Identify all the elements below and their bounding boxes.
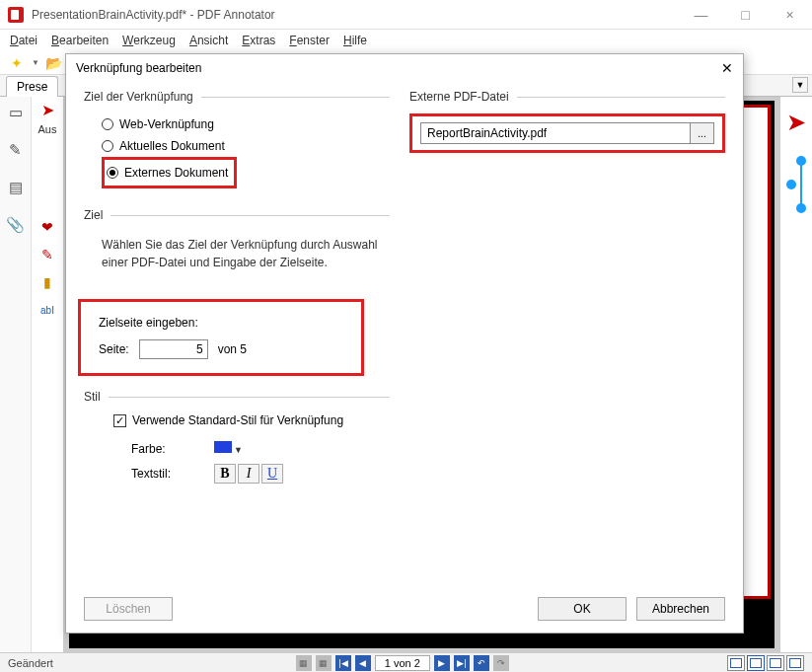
menu-help[interactable]: Hilfe [343, 34, 367, 47]
attach-icon[interactable]: 📎 [6, 215, 26, 235]
color-row: Farbe: ▼ [131, 441, 390, 456]
nav-prev-button[interactable]: ◀ [355, 655, 371, 671]
ok-button[interactable]: OK [538, 597, 627, 621]
external-file-highlight: ... [409, 113, 725, 153]
chevron-down-icon: ▼ [234, 445, 243, 455]
checkbox-icon: ✓ [113, 414, 126, 427]
view-single-button[interactable] [727, 655, 745, 671]
close-button[interactable]: × [768, 0, 812, 30]
dialog-footer: Löschen OK Abbrechen [84, 597, 725, 621]
target-page-input[interactable] [139, 339, 208, 359]
highlight-icon[interactable]: ▮ [38, 273, 56, 291]
nav-forward-button[interactable]: ↷ [493, 655, 509, 671]
menu-file[interactable]: Datei [10, 34, 37, 47]
open-folder-icon[interactable]: 📂 [45, 54, 63, 72]
ziel-section-text: Ziel [84, 208, 103, 222]
target-page-highlight: Zielseite eingeben: Seite: von 5 [78, 299, 364, 376]
page-label: Seite: [99, 342, 129, 356]
use-default-style-checkbox[interactable]: ✓ Verwende Standard-Stil für Verknüpfung [113, 413, 390, 427]
external-file-input[interactable] [420, 122, 691, 144]
new-doc-dropdown[interactable]: ▼ [32, 58, 39, 67]
menu-extras[interactable]: Extras [242, 34, 275, 47]
use-default-style-label: Verwende Standard-Stil für Verknüpfung [132, 413, 343, 427]
dialog-body: Ziel der Verknüpfung Web-Verknüpfung Akt… [66, 82, 743, 491]
target-page-label: Zielseite eingeben: [99, 316, 343, 330]
statusbar: Geändert ▦ ▦ |◀ ◀ ▶ ▶| ↶ ↷ [0, 652, 812, 672]
tool-palette: ➤ Aus ❤ ✎ ▮ abI [32, 97, 63, 652]
radio-current-label: Aktuelles Dokument [119, 139, 225, 153]
minimize-button[interactable]: — [679, 0, 723, 30]
color-picker[interactable]: ▼ [214, 441, 243, 456]
external-file-section-label: Externe PDF-Datei [409, 90, 725, 104]
divider [201, 97, 390, 98]
dialog-title-text: Verknüpfung bearbeiten [76, 61, 201, 75]
dialog-close-button[interactable]: ✕ [721, 60, 733, 76]
tab-dropdown[interactable]: ▼ [792, 77, 808, 93]
note-icon[interactable]: ▤ [6, 178, 26, 197]
radio-icon [107, 167, 118, 179]
nav-thumb2-icon[interactable]: ▦ [316, 655, 332, 671]
document-tab[interactable]: Prese [6, 76, 58, 97]
radio-icon [102, 140, 113, 152]
page-total-label: von 5 [218, 342, 247, 356]
divider [109, 397, 390, 398]
radio-current-document[interactable]: Aktuelles Dokument [102, 135, 390, 157]
radio-icon [102, 118, 113, 130]
tab-label: Prese [17, 80, 47, 94]
external-file-section-text: Externe PDF-Datei [409, 90, 509, 104]
link-target-section-text: Ziel der Verknüpfung [84, 90, 193, 104]
menu-edit[interactable]: Bearbeiten [51, 34, 109, 47]
view-two-continuous-button[interactable] [786, 655, 804, 671]
pencil-icon[interactable]: ✎ [38, 246, 56, 263]
text-tool-icon[interactable]: abI [38, 301, 56, 319]
link-tool-icon[interactable] [786, 156, 806, 215]
divider [111, 215, 390, 216]
modified-indicator: Geändert [8, 657, 53, 669]
bold-button[interactable]: B [214, 464, 236, 484]
ziel-section-label: Ziel [84, 208, 390, 222]
radio-external-document[interactable]: Externes Dokument [107, 162, 228, 184]
dialog-right-column: Externe PDF-Datei ... [409, 90, 725, 491]
heart-icon[interactable]: ❤ [38, 218, 56, 236]
link-target-section-label: Ziel der Verknüpfung [84, 90, 390, 104]
edit-link-dialog: Verknüpfung bearbeiten ✕ Ziel der Verknü… [65, 53, 744, 634]
menu-tool[interactable]: Werkzeug [122, 34, 176, 47]
radio-external-highlight: Externes Dokument [102, 157, 237, 188]
pointer-tool-icon[interactable]: ➤ [786, 109, 806, 136]
radio-external-label: Externes Dokument [124, 166, 228, 180]
new-doc-icon[interactable]: ✦ [8, 54, 26, 72]
view-continuous-button[interactable] [747, 655, 765, 671]
page-number-field[interactable] [375, 655, 430, 671]
radio-web-link[interactable]: Web-Verknüpfung [102, 113, 390, 135]
stil-section-label: Stil [84, 390, 390, 404]
nav-first-button[interactable]: |◀ [335, 655, 351, 671]
menu-window[interactable]: Fenster [289, 34, 330, 47]
ziel-description: Wählen Sie das Ziel der Verknüpfung durc… [84, 232, 390, 271]
view-two-page-button[interactable] [767, 655, 784, 671]
stil-section-text: Stil [84, 390, 101, 404]
link-target-radio-group: Web-Verknüpfung Aktuelles Dokument Exter… [84, 113, 390, 188]
nav-next-button[interactable]: ▶ [434, 655, 450, 671]
target-page-row: Seite: von 5 [99, 339, 343, 359]
delete-button[interactable]: Löschen [84, 597, 173, 621]
menu-view[interactable]: Ansicht [189, 34, 228, 47]
cursor-tool-icon[interactable]: ➤ [41, 101, 54, 119]
color-label: Farbe: [131, 442, 200, 456]
nav-back-button[interactable]: ↶ [474, 655, 489, 671]
maximize-button[interactable]: □ [723, 0, 768, 30]
palette-icons: ❤ ✎ ▮ abI [38, 218, 56, 319]
browse-button[interactable]: ... [691, 122, 714, 144]
italic-button[interactable]: I [238, 464, 259, 484]
radio-web-label: Web-Verknüpfung [119, 117, 214, 131]
menubar: Datei Bearbeiten Werkzeug Ansicht Extras… [0, 30, 812, 51]
page-icon[interactable]: ▭ [6, 103, 26, 122]
cancel-button[interactable]: Abbrechen [636, 597, 725, 621]
titlebar: PresentationBrainActivity.pdf* - PDF Ann… [0, 0, 812, 30]
window-controls: — □ × [679, 0, 812, 30]
nav-thumb1-icon[interactable]: ▦ [296, 655, 312, 671]
nav-last-button[interactable]: ▶| [454, 655, 470, 671]
pen-icon[interactable]: ✎ [6, 140, 26, 160]
style-section: ✓ Verwende Standard-Stil für Verknüpfung… [102, 413, 390, 484]
underline-button[interactable]: U [261, 464, 283, 484]
aus-label: Aus [38, 123, 57, 135]
